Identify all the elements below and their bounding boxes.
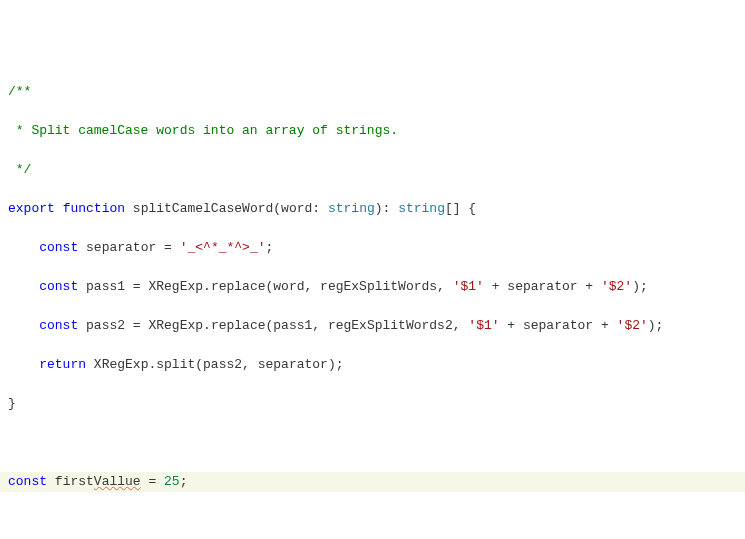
function-name: splitCamelCaseWord	[133, 201, 273, 216]
number-literal: 25	[164, 474, 180, 489]
code-line: * Split camelCase words into an array of…	[8, 121, 737, 141]
var-name: pass2	[86, 318, 125, 333]
keyword-function: function	[63, 201, 125, 216]
comment: * Split camelCase words into an array of…	[8, 123, 398, 138]
keyword-const: const	[39, 279, 78, 294]
type: string	[398, 201, 445, 216]
var-name: first	[55, 474, 94, 489]
code-line: const pass1 = XRegExp.replace(word, regE…	[8, 277, 737, 297]
code-line: }	[8, 394, 737, 414]
punct: :	[312, 201, 328, 216]
code-line: const pass2 = XRegExp.replace(pass1, reg…	[8, 316, 737, 336]
spell-error: Vallue	[94, 474, 141, 489]
string-literal: '$2'	[617, 318, 648, 333]
expression: =	[141, 474, 164, 489]
keyword-return: return	[39, 357, 86, 372]
expression: XRegExp.replace(pass1, regExSplitWords2,	[148, 318, 468, 333]
punct: (	[273, 201, 281, 216]
code-line: /**	[8, 82, 737, 102]
code-line: return XRegExp.split(pass2, separator);	[8, 355, 737, 375]
expression: + separator +	[484, 279, 601, 294]
expression: XRegExp.split(pass2, separator);	[94, 357, 344, 372]
keyword-export: export	[8, 201, 55, 216]
code-line: export function splitCamelCaseWord(word:…	[8, 199, 737, 219]
code-line	[8, 433, 737, 453]
comment: */	[8, 162, 31, 177]
punct: [] {	[445, 201, 476, 216]
code-line-highlighted: const firstVallue = 25;	[0, 472, 745, 492]
punct: ):	[375, 201, 398, 216]
code-line: */	[8, 160, 737, 180]
comment: /**	[8, 84, 31, 99]
punct: }	[8, 396, 16, 411]
code-line	[8, 511, 737, 531]
param-name: word	[281, 201, 312, 216]
var-name: separator	[86, 240, 156, 255]
code-line: const separator = '_<^*_*^>_';	[8, 238, 737, 258]
keyword-const: const	[8, 474, 47, 489]
string-literal: '$1'	[453, 279, 484, 294]
string-literal: '_<^*_*^>_'	[180, 240, 266, 255]
string-literal: '$2'	[601, 279, 632, 294]
type: string	[328, 201, 375, 216]
var-name: pass1	[86, 279, 125, 294]
keyword-const: const	[39, 240, 78, 255]
expression: XRegExp.replace(word, regExSplitWords,	[148, 279, 452, 294]
expression: + separator +	[500, 318, 617, 333]
string-literal: '$1'	[468, 318, 499, 333]
keyword-const: const	[39, 318, 78, 333]
